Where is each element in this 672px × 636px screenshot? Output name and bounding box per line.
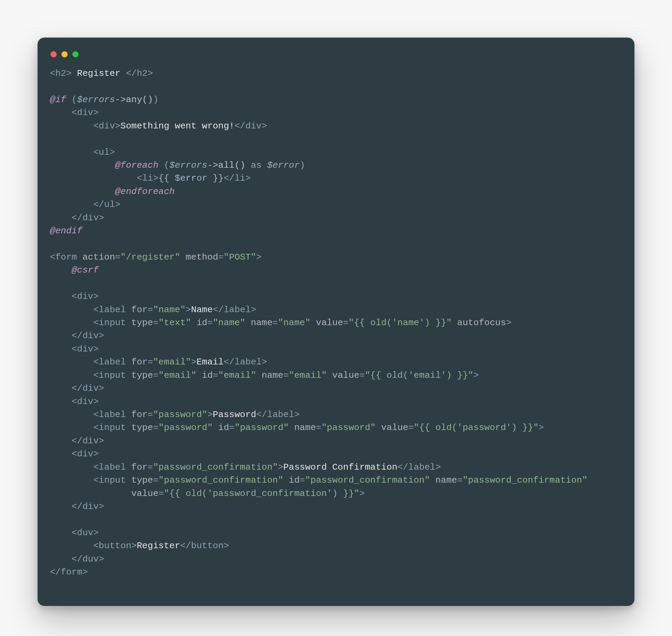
code-token: value — [332, 370, 360, 381]
code-token: id — [196, 318, 207, 328]
code-token: method — [186, 252, 218, 262]
code-token: </li> — [224, 173, 251, 183]
code-token: "/register" — [121, 252, 180, 262]
code-token: "email" — [289, 370, 327, 381]
blade-keyword: @foreach — [115, 160, 158, 170]
code-token: </button> — [180, 541, 229, 551]
code-token: "name" — [278, 318, 310, 328]
code-token: ) — [153, 95, 158, 105]
code-token: = — [218, 252, 224, 262]
code-token — [246, 318, 251, 328]
code-token: <input — [50, 423, 131, 433]
window-zoom-icon[interactable] — [72, 51, 79, 57]
code-token: value — [131, 488, 159, 499]
code-token: = — [283, 370, 289, 381]
code-token: </div> — [50, 501, 104, 512]
code-token: "password" — [321, 423, 376, 433]
code-token — [213, 423, 218, 433]
code-token: ) — [300, 160, 305, 170]
code-token: > — [256, 252, 262, 262]
code-token: $error — [267, 160, 299, 170]
code-token: </div> — [50, 331, 104, 341]
code-token: <div> — [50, 108, 99, 118]
code-token: </div> — [50, 213, 104, 223]
code-token: "password_confirmation" — [158, 475, 283, 485]
window-minimize-icon[interactable] — [61, 51, 68, 57]
window-titlebar — [50, 50, 622, 67]
code-token: = — [158, 488, 164, 499]
code-token: <input — [50, 318, 131, 328]
code-token — [196, 370, 202, 381]
code-token — [452, 318, 457, 328]
code-window: <h2> Register </h2> @if ($errors->any())… — [38, 38, 634, 606]
code-token: = — [213, 370, 218, 381]
code-token: Password — [213, 410, 256, 420]
code-token: <label — [50, 410, 131, 420]
window-close-icon[interactable] — [51, 51, 57, 57]
code-token: id — [202, 370, 213, 381]
code-token: > — [474, 370, 479, 381]
code-token: <label — [50, 357, 131, 367]
code-token: = — [360, 370, 365, 381]
code-token: > — [538, 423, 544, 433]
code-token: </form> — [50, 567, 88, 577]
code-token: <div> — [50, 291, 99, 302]
code-token: "{{ old('password_confirmation') }}" — [164, 488, 360, 499]
code-token: > — [191, 357, 197, 367]
blade-keyword: @endif — [50, 226, 82, 236]
code-token: "name" — [153, 305, 185, 315]
code-token: ->any() — [115, 95, 153, 105]
code-token: id — [218, 423, 229, 433]
code-token: action — [82, 252, 115, 262]
code-token: = — [148, 410, 153, 420]
code-token — [289, 423, 294, 433]
code-token: = — [153, 423, 158, 433]
code-token: "email" — [153, 357, 191, 367]
code-token: "{{ old('password') }}" — [414, 423, 539, 433]
code-token: type — [131, 370, 153, 381]
code-token — [430, 475, 435, 485]
code-token — [50, 488, 131, 499]
code-token: <button> — [50, 541, 137, 551]
code-token: <duv> — [50, 528, 99, 538]
code-token — [327, 370, 332, 381]
code-token: for — [131, 305, 148, 315]
code-token: </ul> — [50, 199, 121, 210]
code-token: > — [506, 318, 512, 328]
code-token: <div> — [50, 397, 99, 407]
code-token: </div> — [235, 121, 267, 131]
code-token: </label> — [213, 305, 256, 315]
code-token: <label — [50, 462, 131, 472]
code-token: Register — [72, 68, 126, 79]
code-token: </div> — [50, 383, 104, 393]
code-token: > — [186, 305, 191, 315]
code-token: <form — [50, 252, 82, 262]
code-token: type — [131, 423, 153, 433]
code-token: Name — [191, 305, 213, 315]
code-token: name — [294, 423, 316, 433]
code-token: "{{ old('email') }}" — [365, 370, 473, 381]
code-token — [50, 160, 115, 170]
code-token — [180, 252, 186, 262]
code-token: = — [153, 370, 158, 381]
code-token: = — [115, 252, 121, 262]
code-token: as — [246, 160, 267, 170]
code-token: type — [131, 318, 153, 328]
code-token: > — [207, 410, 213, 420]
code-token: "name" — [213, 318, 245, 328]
code-token: name — [435, 475, 457, 485]
code-token: = — [153, 318, 158, 328]
code-token — [50, 186, 115, 197]
code-token: = — [229, 423, 235, 433]
code-token: </div> — [50, 436, 104, 446]
code-block[interactable]: <h2> Register </h2> @if ($errors->any())… — [50, 67, 622, 579]
code-token: </label> — [224, 357, 267, 367]
code-token: = — [300, 475, 305, 485]
code-token: = — [272, 318, 278, 328]
code-token: Email — [196, 357, 224, 367]
code-token: $errors — [169, 160, 207, 170]
code-token: <div> — [50, 121, 121, 131]
stage: <h2> Register </h2> @if ($errors->any())… — [0, 0, 672, 636]
code-token — [310, 318, 316, 328]
blade-keyword: @if — [50, 95, 66, 105]
